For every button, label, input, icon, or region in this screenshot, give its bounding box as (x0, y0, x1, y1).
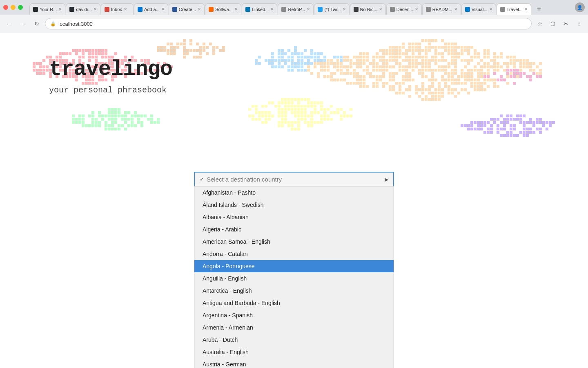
dropdown-item[interactable]: Austria - German (194, 358, 394, 368)
checkmark-icon: ✓ (200, 176, 204, 182)
toolbar-icons: ☆ ⬡ ✂ ⋮ (534, 18, 585, 29)
bookmark-button[interactable]: ☆ (534, 18, 546, 29)
dropdown-item[interactable]: Armenia - Armenian (194, 321, 394, 334)
dropdown-arrow-icon: ▶ (385, 177, 388, 182)
dropdown-list[interactable]: Afghanistan - PashtoÅland Islands - Swed… (194, 186, 394, 368)
tab-t8[interactable]: RetroP...✕ (278, 3, 314, 15)
cast-button[interactable]: ⬡ (547, 18, 559, 29)
tab-t9[interactable]: (*) Twi...✕ (314, 3, 349, 15)
profile-button[interactable]: 👤 (575, 2, 585, 12)
dropdown-item[interactable]: American Samoa - English (194, 236, 394, 248)
dropdown-item[interactable]: Åland Islands - Swedish (194, 199, 394, 211)
app-title: travelingo (49, 57, 172, 81)
dropdown-item[interactable]: Albania - Albanian (194, 211, 394, 223)
tab-t12[interactable]: READM...✕ (422, 3, 461, 15)
dropdown-placeholder: Select a destination country (207, 176, 282, 183)
dropdown-item[interactable]: Angola - Portuguese (194, 260, 394, 272)
dropdown-item[interactable]: Argentina - Spanish (194, 309, 394, 321)
tab-t10[interactable]: No Ric...✕ (350, 3, 386, 15)
world-map-background (0, 33, 588, 159)
new-tab-button[interactable]: + (533, 3, 545, 15)
dropdown-header[interactable]: ✓ Select a destination country ▶ (194, 172, 394, 186)
main-content: travelingo your personal phrasebook ✓ Se… (0, 33, 588, 368)
url-text: localhost:3000 (58, 21, 93, 27)
dropdown-item[interactable]: Algeria - Arabic (194, 223, 394, 236)
window-close-button[interactable] (3, 5, 8, 10)
dropdown-item[interactable]: Antigua and Barbuda - English (194, 297, 394, 309)
browser-chrome: Your R...✕davidr...✕Inbox✕Add a...✕Creat… (0, 0, 588, 33)
tab-t13[interactable]: Visual...✕ (461, 3, 496, 15)
tab-t1[interactable]: Your R...✕ (29, 3, 65, 15)
country-dropdown-container: ✓ Select a destination country ▶ Afghani… (194, 172, 394, 368)
app-subtitle: your personal phrasebook (49, 85, 172, 95)
dropdown-item[interactable]: Antarctica - English (194, 285, 394, 297)
tab-t3[interactable]: Inbox✕ (101, 3, 134, 15)
back-button[interactable]: ← (3, 18, 15, 29)
dropdown-item[interactable]: Aruba - Dutch (194, 334, 394, 346)
tab-t5[interactable]: Create...✕ (169, 3, 205, 15)
tab-t11[interactable]: Decen...✕ (386, 3, 422, 15)
tab-t14[interactable]: Travel...✕ (497, 3, 531, 15)
lock-icon: 🔒 (50, 21, 56, 27)
address-bar[interactable]: 🔒 localhost:3000 (45, 18, 532, 29)
dropdown-item[interactable]: Afghanistan - Pashto (194, 186, 394, 199)
browser-toolbar: ← → ↻ 🔒 localhost:3000 ☆ ⬡ ✂ ⋮ (0, 15, 588, 33)
tab-t2[interactable]: davidr...✕ (66, 3, 100, 15)
tab-t6[interactable]: Softwa...✕ (205, 3, 241, 15)
dropdown-item[interactable]: Australia - English (194, 346, 394, 358)
menu-button[interactable]: ⋮ (573, 18, 585, 29)
reload-button[interactable]: ↻ (31, 18, 42, 29)
screenshot-button[interactable]: ✂ (560, 18, 572, 29)
window-minimize-button[interactable] (11, 5, 16, 10)
window-maximize-button[interactable] (18, 5, 23, 10)
tab-t4[interactable]: Add a...✕ (134, 3, 168, 15)
dropdown-item[interactable]: Andorra - Catalan (194, 248, 394, 260)
logo-area: travelingo your personal phrasebook (49, 57, 172, 95)
forward-button[interactable]: → (17, 18, 29, 29)
dropdown-item[interactable]: Anguilla - English (194, 272, 394, 285)
tab-t7[interactable]: Linked...✕ (242, 3, 278, 15)
